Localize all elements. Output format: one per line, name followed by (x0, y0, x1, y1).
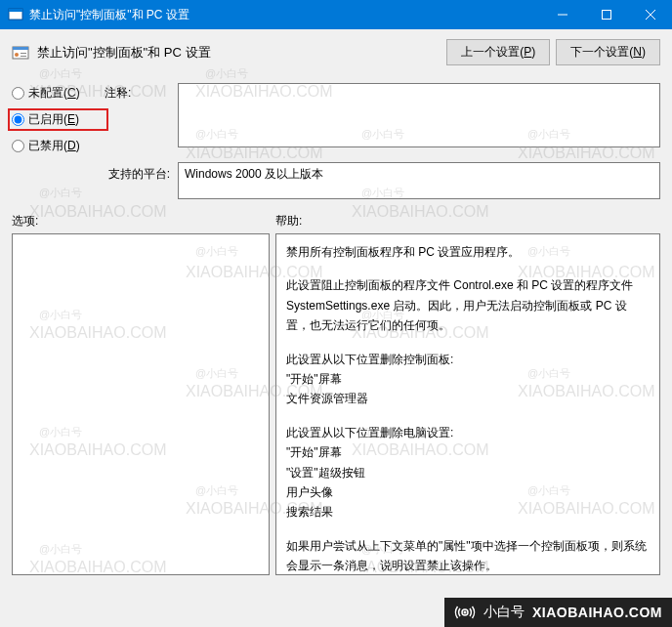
close-button[interactable] (628, 0, 672, 29)
comment-textarea[interactable] (178, 83, 660, 147)
svg-point-12 (464, 611, 467, 614)
radio-not-configured-label: 未配置(C) (28, 85, 80, 102)
help-p4c: 用户头像 (286, 482, 650, 502)
radio-enabled-input[interactable] (12, 113, 24, 126)
section-labels: 选项: 帮助: (12, 213, 660, 230)
help-panel: 禁用所有控制面板程序和 PC 设置应用程序。 此设置阻止控制面板的程序文件 Co… (275, 233, 660, 575)
window-controls (540, 0, 672, 29)
options-panel (12, 233, 270, 575)
policy-title: 禁止访问"控制面板"和 PC 设置 (37, 44, 446, 62)
help-p5: 如果用户尝试从上下文菜单的"属性"项中选择一个控制面板项，则系统会显示一条消息，… (286, 536, 650, 575)
help-p4b: "设置"超级按钮 (286, 463, 650, 482)
svg-rect-9 (21, 53, 26, 54)
svg-point-8 (15, 53, 19, 57)
lower-panels: 禁用所有控制面板程序和 PC 设置应用程序。 此设置阻止控制面板的程序文件 Co… (12, 233, 660, 575)
radio-enabled[interactable]: 已启用(E) (8, 108, 108, 131)
radio-disabled-input[interactable] (12, 140, 24, 152)
window-titlebar: 禁止访问"控制面板"和 PC 设置 (0, 0, 672, 29)
help-label: 帮助: (275, 213, 302, 230)
radio-not-configured[interactable]: 未配置(C) (12, 85, 105, 102)
brand-footer: 小白号 XIAOBAIHAO.COM (444, 598, 672, 627)
radio-disabled-label: 已禁用(D) (28, 138, 80, 154)
radio-disabled[interactable]: 已禁用(D) (12, 138, 105, 154)
help-p3b: 文件资源管理器 (286, 389, 650, 408)
help-p4d: 搜索结果 (286, 502, 650, 522)
help-p2: 此设置阻止控制面板的程序文件 Control.exe 和 PC 设置的程序文件 … (286, 275, 650, 335)
svg-rect-3 (602, 11, 610, 20)
config-row: 未配置(C) 已启用(E) 已禁用(D) 注释: (12, 83, 660, 154)
previous-setting-button[interactable]: 上一个设置(P) (446, 39, 550, 65)
platform-text: Windows 2000 及以上版本 (178, 162, 660, 199)
svg-rect-1 (9, 9, 22, 12)
svg-rect-10 (21, 56, 26, 57)
radio-enabled-label: 已启用(E) (28, 111, 79, 128)
comment-label: 注释: (105, 83, 178, 154)
help-p3a: "开始"屏幕 (286, 369, 650, 389)
options-label: 选项: (12, 213, 275, 230)
help-p1: 禁用所有控制面板程序和 PC 设置应用程序。 (286, 242, 650, 262)
header-row: 禁止访问"控制面板"和 PC 设置 上一个设置(P) 下一个设置(N) (12, 39, 660, 65)
platform-row: 支持的平台: Windows 2000 及以上版本 (12, 162, 660, 199)
radio-group: 未配置(C) 已启用(E) 已禁用(D) (12, 83, 105, 154)
maximize-button[interactable] (584, 0, 628, 29)
policy-icon (12, 44, 29, 62)
brand-name-cn: 小白号 (483, 604, 525, 621)
minimize-button[interactable] (540, 0, 584, 29)
brand-url: XIAOBAIHAO.COM (532, 605, 662, 620)
help-p4: 此设置从以下位置删除电脑设置: (286, 423, 650, 442)
window-title: 禁止访问"控制面板"和 PC 设置 (29, 7, 540, 23)
brand-icon (454, 602, 476, 623)
dialog-content: 禁止访问"控制面板"和 PC 设置 上一个设置(P) 下一个设置(N) 未配置(… (0, 29, 672, 598)
next-setting-button[interactable]: 下一个设置(N) (556, 39, 660, 65)
nav-buttons: 上一个设置(P) 下一个设置(N) (446, 39, 660, 65)
help-p4a: "开始"屏幕 (286, 442, 650, 462)
platform-label: 支持的平台: (12, 162, 178, 199)
help-p3: 此设置从以下位置删除控制面板: (286, 350, 650, 369)
svg-rect-7 (13, 47, 28, 50)
window-icon (8, 7, 23, 22)
radio-not-configured-input[interactable] (12, 87, 24, 100)
